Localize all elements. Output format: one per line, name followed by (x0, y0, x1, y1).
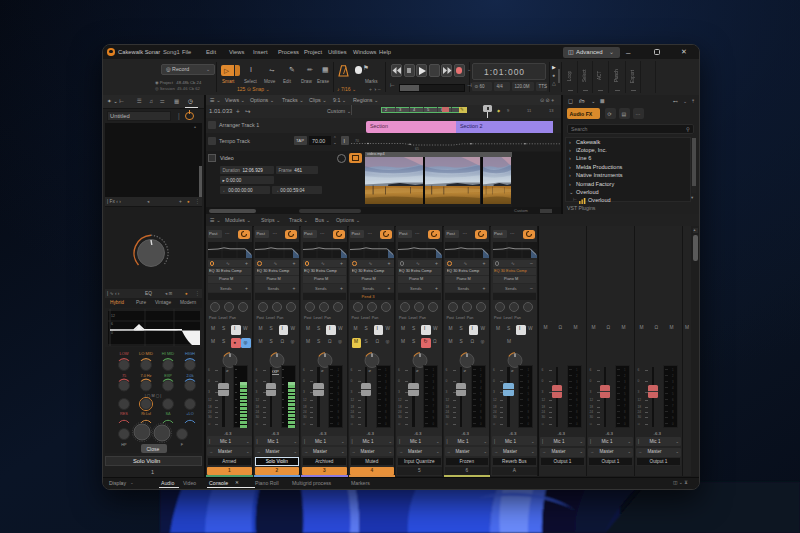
svg-text:F: F (181, 443, 184, 447)
svg-text:70: 70 (355, 139, 359, 143)
svg-text:12: 12 (111, 314, 115, 318)
svg-text:7.0 Hz: 7.0 Hz (141, 374, 152, 378)
svg-text:6: 6 (111, 322, 113, 326)
svg-text:0: 0 (111, 331, 113, 335)
svg-text:HIGH: HIGH (185, 351, 195, 356)
svg-text:HP: HP (121, 443, 127, 447)
svg-text:SΔ: SΔ (165, 412, 171, 416)
svg-text:LO MID: LO MID (139, 351, 153, 356)
svg-text:75: 75 (122, 374, 126, 378)
svg-text:Rt Lvl: Rt Lvl (141, 412, 151, 416)
svg-text:2.0k: 2.0k (186, 374, 193, 378)
svg-text:RES: RES (120, 412, 128, 416)
svg-text:EXP: EXP (164, 374, 172, 378)
svg-text:+LO: +LO (186, 412, 193, 416)
svg-text:LOW: LOW (119, 351, 128, 356)
svg-text:HI MID: HI MID (162, 351, 175, 356)
